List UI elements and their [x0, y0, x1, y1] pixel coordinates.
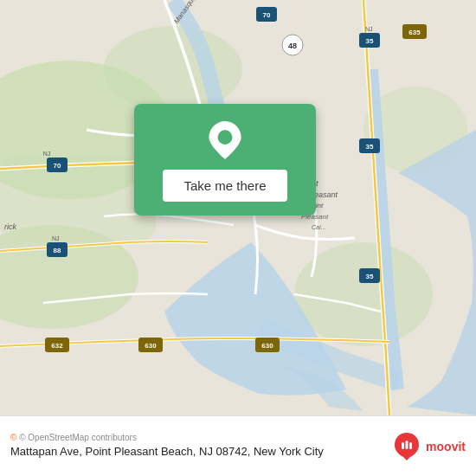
- svg-text:70: 70: [54, 162, 61, 170]
- location-pin-icon: [206, 121, 244, 159]
- svg-point-39: [218, 130, 233, 145]
- svg-rect-41: [406, 441, 408, 449]
- svg-text:635: 635: [408, 29, 421, 36]
- action-card: Take me there: [134, 104, 316, 215]
- footer-text-block: © © OpenStreetMap contributors Mattapan …: [10, 433, 384, 460]
- location-title: Mattapan Ave, Point Pleasant Beach, NJ 0…: [10, 444, 384, 460]
- svg-text:Cal...: Cal...: [312, 224, 325, 230]
- svg-text:630: 630: [145, 342, 157, 350]
- svg-text:35: 35: [366, 143, 374, 151]
- attribution-label: © OpenStreetMap contributors: [19, 433, 137, 442]
- svg-rect-40: [402, 442, 404, 449]
- moovit-logo: moovit: [391, 431, 466, 462]
- moovit-label: moovit: [426, 440, 466, 453]
- openstreetmap-icon: ©: [10, 433, 16, 442]
- svg-text:630: 630: [261, 342, 273, 350]
- map-container: 70 NJ 35 NJ 35 35 88 NJ 632 630 630 70 4…: [0, 0, 476, 415]
- attribution-text: © © OpenStreetMap contributors: [10, 433, 384, 442]
- footer: © © OpenStreetMap contributors Mattapan …: [0, 415, 476, 476]
- moovit-icon: [391, 431, 422, 462]
- svg-rect-42: [409, 442, 412, 449]
- svg-text:632: 632: [51, 342, 63, 350]
- svg-text:NJ: NJ: [52, 235, 60, 241]
- svg-text:88: 88: [54, 247, 61, 254]
- svg-text:NJ: NJ: [43, 151, 51, 157]
- svg-text:rick: rick: [4, 222, 16, 231]
- svg-text:35: 35: [366, 273, 374, 280]
- svg-text:48: 48: [288, 42, 297, 50]
- svg-text:35: 35: [366, 37, 374, 45]
- svg-text:NJ: NJ: [365, 26, 373, 32]
- svg-text:70: 70: [263, 11, 271, 19]
- take-me-there-button[interactable]: Take me there: [163, 170, 286, 202]
